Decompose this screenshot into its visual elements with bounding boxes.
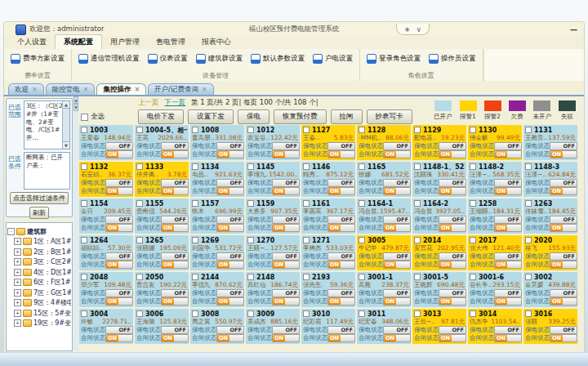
room-checkbox[interactable] [470, 163, 476, 170]
protect-toggle[interactable]: OFF [439, 289, 466, 297]
room-checkbox[interactable] [192, 200, 198, 207]
room-checkbox[interactable] [414, 127, 421, 133]
tree-node-6[interactable]: +9区：4#楼电井（4#… [14, 298, 71, 307]
switch-toggle[interactable]: ON [105, 150, 133, 158]
room-checkbox[interactable] [247, 163, 254, 170]
room-checkbox[interactable] [303, 163, 310, 170]
tree-root[interactable]: -建筑群 [7, 227, 71, 236]
expand-icon[interactable]: + [14, 258, 21, 266]
menu-item-2[interactable]: 用户管理 [102, 35, 148, 49]
switch-toggle[interactable]: ON [105, 261, 133, 269]
protect-toggle[interactable]: OFF [105, 326, 133, 334]
room-checkbox[interactable] [414, 310, 421, 317]
room-checkbox[interactable] [414, 274, 421, 280]
room-checkbox[interactable] [247, 200, 254, 207]
protect-toggle[interactable]: OFF [327, 252, 355, 261]
switch-toggle[interactable]: ON [161, 187, 189, 195]
room-checkbox[interactable] [136, 310, 143, 317]
protect-toggle[interactable]: OFF [383, 216, 411, 224]
protect-toggle[interactable]: OFF [216, 142, 244, 150]
tree-node-5[interactable]: +7区：G区1#井 [14, 288, 71, 297]
star-icon[interactable]: ∗ [404, 25, 411, 33]
room-checkbox[interactable] [247, 237, 254, 243]
room-checkbox[interactable] [136, 127, 143, 133]
switch-toggle[interactable]: ON [439, 224, 466, 232]
expand-icon[interactable]: + [14, 299, 21, 306]
switch-toggle[interactable]: ON [494, 334, 522, 342]
protect-toggle[interactable]: OFF [494, 289, 522, 297]
switch-toggle[interactable]: ON [439, 261, 466, 269]
protect-toggle[interactable]: OFF [216, 216, 244, 224]
room-checkbox[interactable] [470, 274, 476, 280]
switch-toggle[interactable]: ON [494, 187, 522, 195]
switch-toggle[interactable]: ON [550, 224, 577, 232]
tab-3[interactable]: 开户/记费查询× [148, 83, 214, 95]
protect-toggle[interactable]: OFF [105, 179, 133, 187]
protect-toggle[interactable]: OFF [161, 252, 189, 261]
menu-item-3[interactable]: 售电管理 [148, 35, 194, 49]
room-checkbox[interactable] [192, 163, 198, 170]
switch-toggle[interactable]: ON [161, 261, 189, 269]
action-button-3[interactable]: 恢复预付费 [274, 109, 327, 124]
protect-toggle[interactable]: OFF [439, 326, 466, 334]
protect-toggle[interactable]: OFF [550, 179, 577, 187]
switch-toggle[interactable]: ON [383, 297, 411, 306]
protect-toggle[interactable]: OFF [383, 142, 411, 150]
tab-1[interactable]: 能控管电× [46, 83, 96, 95]
toolbar-button-1-1[interactable]: 仪表设置 [144, 52, 192, 65]
protect-toggle[interactable]: OFF [494, 326, 522, 334]
protect-toggle[interactable]: OFF [550, 216, 577, 224]
prev-page-link[interactable]: 上一页 [138, 98, 159, 108]
switch-toggle[interactable]: ON [383, 150, 411, 158]
switch-toggle[interactable]: ON [272, 224, 300, 232]
switch-toggle[interactable]: ON [272, 261, 300, 269]
protect-toggle[interactable]: OFF [494, 216, 522, 224]
room-checkbox[interactable] [247, 310, 254, 317]
switch-toggle[interactable]: ON [550, 150, 577, 158]
switch-toggle[interactable]: ON [439, 297, 466, 306]
switch-toggle[interactable]: ON [439, 187, 466, 195]
room-checkbox[interactable] [303, 274, 310, 280]
switch-toggle[interactable]: ON [383, 187, 411, 195]
switch-toggle[interactable]: ON [272, 187, 300, 195]
switch-toggle[interactable]: ON [216, 334, 244, 342]
protect-toggle[interactable]: OFF [161, 326, 189, 334]
room-checkbox[interactable] [359, 200, 365, 207]
room-checkbox[interactable] [359, 274, 365, 280]
protect-toggle[interactable]: OFF [216, 289, 244, 297]
tree-node-7[interactable]: +15区：5#变站（3#… [14, 309, 71, 318]
room-checkbox[interactable] [525, 310, 532, 317]
protect-toggle[interactable]: OFF [327, 179, 355, 187]
protect-toggle[interactable]: OFF [550, 289, 577, 297]
switch-toggle[interactable]: ON [550, 334, 577, 342]
switch-toggle[interactable]: ON [105, 187, 133, 195]
switch-toggle[interactable]: ON [105, 224, 133, 232]
tree-node-8[interactable]: +19区：9#变电站（2… [14, 319, 71, 328]
toolbar-button-1-0[interactable]: 通信管理机设置 [74, 52, 144, 65]
protect-toggle[interactable]: OFF [161, 179, 189, 187]
close-icon[interactable]: × [134, 86, 140, 93]
protect-toggle[interactable]: OFF [327, 216, 355, 224]
close-icon[interactable]: × [32, 86, 38, 93]
switch-toggle[interactable]: ON [494, 224, 522, 232]
room-checkbox[interactable] [470, 200, 476, 207]
room-checkbox[interactable] [136, 200, 143, 207]
action-button-0[interactable]: 电价下发 [138, 109, 184, 124]
switch-toggle[interactable]: ON [550, 261, 577, 269]
expand-icon[interactable]: + [14, 269, 21, 276]
switch-toggle[interactable]: ON [327, 187, 355, 195]
tree-node-0[interactable]: +1区：A区1#井 [14, 237, 71, 246]
protect-toggle[interactable]: OFF [494, 179, 522, 187]
switch-toggle[interactable]: ON [105, 297, 133, 306]
menu-item-0[interactable]: 个人设置 [9, 35, 55, 49]
action-button-1[interactable]: 设置下发 [188, 109, 234, 124]
switch-toggle[interactable]: ON [272, 150, 300, 158]
choose-filter-button[interactable]: 点击选择过滤条件 [10, 192, 69, 204]
room-checkbox[interactable] [303, 310, 310, 317]
room-checkbox[interactable] [247, 127, 254, 133]
splitter-up-icon[interactable]: ▲ [74, 96, 78, 104]
minimize-button[interactable]: — [570, 25, 577, 33]
protect-toggle[interactable]: OFF [272, 216, 300, 224]
menu-item-1[interactable]: 系统配置 [55, 34, 102, 49]
next-page-link[interactable]: 下一页 [165, 98, 186, 108]
